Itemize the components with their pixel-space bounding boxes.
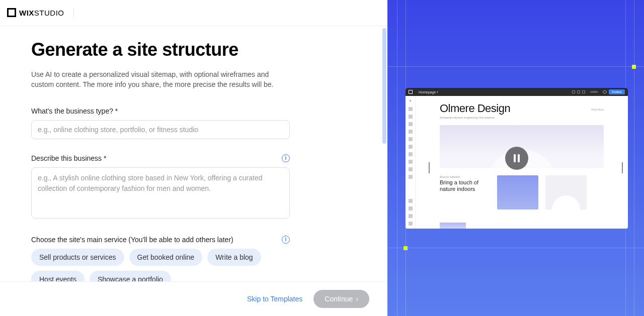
info-icon[interactable]: i [282, 236, 290, 244]
preview-site-subtitle: Artisanal interiors inspired by the exte… [440, 116, 604, 119]
logo-text: WIXSTUDIO [19, 9, 64, 17]
mobile-icon [582, 90, 585, 93]
chip-write-blog[interactable]: Write a blog [207, 249, 261, 266]
pause-icon [518, 154, 520, 162]
preview-page-label: Homepage ▾ [419, 90, 438, 94]
desktop-icon [572, 90, 575, 93]
resize-handle-right [622, 162, 623, 173]
editor-preview: Homepage ▾ 100% Publish + [406, 88, 628, 229]
resize-handle-left [429, 162, 430, 173]
chip-portfolio[interactable]: Showcase a portfolio [90, 271, 171, 281]
logo-icon [7, 8, 16, 17]
preview-shop-label: Shop by collection [440, 175, 490, 178]
business-type-label: What's the business type? * [31, 107, 118, 115]
preview-eye-icon [603, 90, 607, 93]
page-description: Use AI to create a personalized visual s… [31, 69, 293, 90]
preview-topbar: Homepage ▾ 100% Publish [406, 88, 628, 96]
preview-card [545, 175, 587, 209]
plus-icon: + [409, 99, 412, 103]
describe-business-textarea[interactable] [31, 167, 290, 219]
service-chips: Sell products or services Get booked onl… [31, 249, 290, 281]
wix-studio-logo[interactable]: WIXSTUDIO [7, 8, 74, 17]
preview-site-title: Olmere Design [440, 102, 604, 115]
preview-sidebar: + [406, 96, 416, 229]
continue-button[interactable]: Continue › [313, 290, 369, 308]
preview-panel: Homepage ▾ 100% Publish + [387, 0, 644, 316]
guide-marker [632, 65, 636, 69]
preview-card [497, 175, 538, 209]
info-icon[interactable]: i [282, 154, 290, 162]
preview-tagline: Bring a touch of nature indoors [440, 179, 490, 192]
content-area: Generate a site structure Use AI to crea… [0, 26, 387, 281]
guide-marker [404, 246, 408, 250]
continue-label: Continue [325, 295, 353, 303]
preview-logo-icon [409, 90, 413, 94]
preview-read-more: Read More [591, 108, 604, 111]
chip-sell-products[interactable]: Sell products or services [31, 249, 124, 266]
chevron-right-icon: › [356, 295, 358, 303]
preview-strip [440, 223, 466, 229]
business-type-input[interactable] [31, 120, 290, 139]
main-service-label: Choose the site's main service (You'll b… [31, 236, 233, 244]
pause-icon [514, 154, 516, 162]
page-title: Generate a site structure [31, 39, 356, 60]
tablet-icon [577, 90, 580, 93]
publish-button: Publish [609, 89, 625, 94]
footer-bar: Skip to Templates Continue › [0, 281, 387, 316]
scrollbar[interactable] [382, 28, 386, 144]
chip-get-booked[interactable]: Get booked online [129, 249, 203, 266]
skip-to-templates-link[interactable]: Skip to Templates [247, 295, 302, 303]
app-header: WIXSTUDIO [0, 0, 387, 26]
zoom-label: 100% [590, 90, 598, 93]
chip-host-events[interactable]: Host events [31, 271, 85, 281]
describe-business-label: Describe this business * [31, 154, 106, 162]
pause-button[interactable] [505, 147, 528, 170]
